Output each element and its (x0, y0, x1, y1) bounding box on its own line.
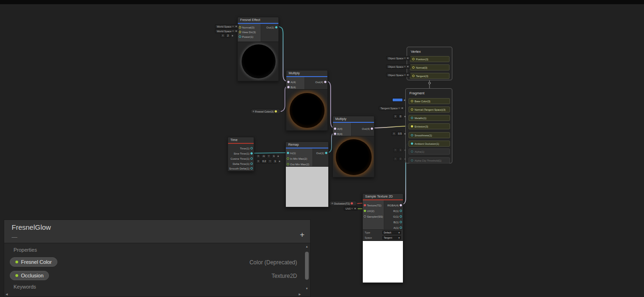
in-port[interactable] (287, 152, 289, 154)
normal-port[interactable] (412, 66, 415, 69)
field-value[interactable]: -1 (261, 154, 266, 158)
normal-space-dropdown[interactable]: Object Space▾ (386, 64, 410, 69)
alpha-clip-value-field[interactable]: X0 (393, 157, 406, 161)
tangent-port[interactable] (412, 75, 415, 77)
fresnel-color-out-port[interactable] (275, 110, 277, 113)
property-pill-occlusion[interactable]: Occlusion (10, 271, 49, 280)
fresnel-node-preview[interactable] (238, 42, 278, 81)
occlusion-out-port[interactable] (351, 202, 353, 205)
block-tangent[interactable]: Tangent(3) (410, 73, 450, 79)
remap-node-preview[interactable] (286, 166, 328, 207)
position-space-dropdown[interactable]: Object Space▾ (386, 56, 410, 60)
ambient-occlusion-port[interactable] (411, 142, 413, 145)
alpha-clip-port[interactable] (411, 159, 413, 162)
base-color-swatch[interactable] (392, 98, 405, 102)
scroll-right-icon[interactable]: ▶ (298, 292, 301, 296)
blackboard-vertical-scrollbar[interactable]: ▲ ▼ (304, 244, 310, 290)
block-base-color[interactable]: Base Color(3) (409, 98, 450, 104)
out-port[interactable] (324, 81, 326, 83)
out-port[interactable] (325, 152, 327, 154)
normal-ts-port[interactable] (411, 108, 413, 111)
property-node-fresnel-color[interactable]: Fresnel Color(3) (250, 109, 281, 114)
node-fragment-master[interactable]: Fragment Base Color(3) Normal (Tangent S… (405, 88, 452, 163)
block-metallic[interactable]: Metallic(1) (409, 115, 450, 121)
metallic-port[interactable] (411, 117, 413, 119)
block-smoothness[interactable]: Smoothness(1) (409, 132, 450, 138)
field-value[interactable]: 1 (398, 148, 403, 152)
alpha-port[interactable] (411, 150, 413, 153)
smoothness-value-field[interactable]: X0.5 (392, 132, 406, 136)
tangent-space-dropdown[interactable]: Object Space▾ (386, 73, 410, 77)
add-property-button[interactable]: + (300, 230, 305, 240)
cosine-time-port[interactable] (250, 157, 253, 160)
rgba-port[interactable] (400, 204, 402, 206)
out-port[interactable] (275, 26, 277, 28)
metallic-value-field[interactable]: X0 (393, 114, 406, 119)
field-value[interactable]: 2 (226, 34, 230, 38)
node-fresnel-effect[interactable]: Fresnel Effect Normal(3) View Dir(3) Pow… (237, 17, 279, 81)
block-normal-ts[interactable]: Normal (Tangent Space)(3) (409, 106, 450, 113)
a-port[interactable] (400, 226, 402, 229)
property-pill-fresnel-color[interactable]: Fresnel Color (10, 257, 57, 267)
block-emission[interactable]: Emission(3) (409, 123, 450, 129)
smooth-delta-port[interactable] (250, 167, 253, 170)
wire-multiply2-to-emission[interactable] (372, 126, 409, 128)
sample-texture-preview[interactable] (363, 240, 403, 283)
blackboard-panel[interactable]: FresnelGlow — + Properties Fresnel Color… (4, 219, 311, 297)
sine-time-port[interactable] (250, 152, 253, 155)
fragment-normal-space-dropdown[interactable]: Tangent Space▾ (379, 106, 405, 110)
color-swatch[interactable] (392, 98, 403, 102)
multiply2-node-preview[interactable] (333, 136, 374, 177)
normal-space-dropdown[interactable]: World Space▾ (215, 24, 239, 28)
out-min-max-field[interactable]: X0.2 Y1 (256, 159, 280, 163)
block-ambient-occlusion[interactable]: Ambient Occlusion(1) (409, 141, 450, 147)
field-value[interactable]: 1 (273, 159, 277, 163)
out-min-max-port[interactable] (287, 163, 289, 165)
b-port[interactable] (400, 221, 402, 223)
wire-sinetime-to-remap-in[interactable] (252, 153, 286, 153)
block-normal[interactable]: Normal(3) (410, 64, 450, 71)
b-input-port[interactable] (287, 86, 290, 88)
space-dropdown[interactable]: Tangent▾ (382, 236, 401, 240)
position-port[interactable] (412, 58, 415, 60)
in-min-max-port[interactable] (287, 157, 289, 160)
sampler-input-port[interactable] (364, 215, 366, 218)
node-time[interactable]: Time Time(1) Sine Time(1) Cosine Time(1)… (228, 137, 254, 171)
uv-channel-dropdown[interactable]: UV0▾ (344, 206, 358, 211)
normal-input-port[interactable] (239, 26, 241, 28)
power-input-port[interactable] (239, 35, 241, 38)
in-min-max-field[interactable]: X-1 Y1 (256, 154, 279, 158)
scroll-left-icon[interactable]: ◀ (6, 292, 8, 296)
power-value-field[interactable]: X2 (221, 34, 233, 38)
property-node-occlusion[interactable]: Occlusion(T2) (329, 201, 357, 206)
field-value[interactable]: 0 (398, 114, 403, 119)
graph-title[interactable]: FresnelGlow (12, 223, 51, 231)
r-port[interactable] (400, 210, 402, 212)
a-input-port[interactable] (287, 81, 290, 83)
type-dropdown[interactable]: Default▾ (382, 231, 401, 234)
smoothness-port[interactable] (411, 134, 413, 136)
out-port[interactable] (371, 127, 373, 130)
multiply1-node-preview[interactable] (286, 89, 327, 130)
node-sample-texture-2d[interactable]: Sample Texture 2D Texture(T2) UV(2) Samp… (362, 193, 403, 283)
delta-time-port[interactable] (250, 163, 253, 165)
alpha-value-field[interactable]: X1 (393, 148, 406, 152)
scrollbar-thumb[interactable] (305, 252, 309, 280)
field-value[interactable]: 1 (271, 154, 276, 158)
g-port[interactable] (400, 215, 402, 218)
node-vertex-master[interactable]: Vertex Position(3) Normal(3) Tangent(3) (407, 47, 452, 80)
field-value[interactable]: 0.5 (397, 132, 403, 136)
block-alpha[interactable]: Alpha(1) (409, 148, 450, 155)
viewdir-space-dropdown[interactable]: World Space▾ (215, 29, 239, 33)
uv-input-port[interactable] (364, 210, 366, 212)
node-remap[interactable]: Remap In(1) In Min Max(2) Out Min Max(2)… (285, 141, 329, 207)
base-color-port[interactable] (411, 100, 413, 102)
b-input-port[interactable] (334, 133, 336, 135)
time-port[interactable] (250, 147, 253, 149)
viewdir-input-port[interactable] (239, 31, 241, 33)
node-multiply-2[interactable]: Multiply A(4) B(4) Out(4) (332, 116, 374, 177)
block-position[interactable]: Position(3) (410, 56, 450, 62)
block-alpha-clip[interactable]: Alpha Clip Threshold(1) (409, 157, 450, 163)
a-input-port[interactable] (334, 127, 336, 130)
scroll-down-icon[interactable]: ▼ (304, 287, 310, 290)
